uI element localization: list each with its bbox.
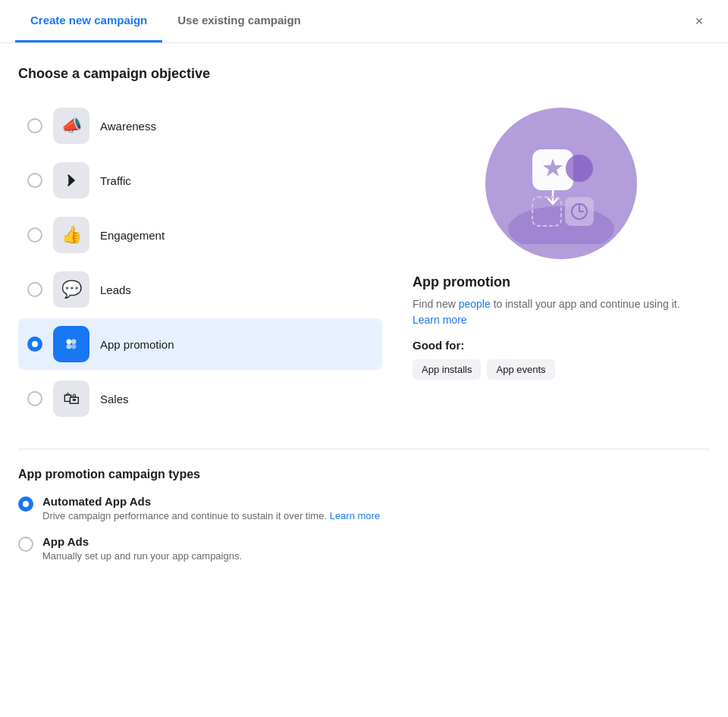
engagement-label: Engagement <box>100 229 165 242</box>
radio-automated-app-ads <box>18 496 33 512</box>
tab-create-new-campaign[interactable]: Create new campaign <box>15 0 162 42</box>
radio-awareness <box>27 118 42 133</box>
traffic-icon <box>53 162 89 199</box>
campaign-type-app-ads[interactable]: App Ads Manually set up and run your app… <box>18 535 710 562</box>
close-button[interactable]: × <box>686 8 713 35</box>
svg-point-2 <box>67 344 72 349</box>
modal-content: Choose a campaign objective 📣 Awareness <box>0 43 728 598</box>
preview-desc-after: to install your app and continue using i… <box>491 298 680 310</box>
campaign-type-automated[interactable]: Automated App Ads Drive campaign perform… <box>18 495 710 521</box>
automated-app-ads-text: Automated App Ads Drive campaign perform… <box>42 495 380 521</box>
awareness-icon: 📣 <box>53 108 89 144</box>
svg-point-0 <box>67 340 72 345</box>
section-title: Choose a campaign objective <box>18 66 710 82</box>
radio-app-promotion <box>27 337 42 352</box>
tag-app-events: App events <box>487 359 554 380</box>
leads-label: Leads <box>100 283 131 296</box>
preview-learn-more-link[interactable]: Learn more <box>413 314 467 326</box>
preview-description: Find new people to install your app and … <box>413 296 710 328</box>
radio-app-ads <box>18 537 33 552</box>
svg-point-1 <box>71 340 77 345</box>
radio-leads <box>27 282 42 297</box>
tags-container: App installs App events <box>413 359 710 380</box>
objective-app-promotion[interactable]: App promotion <box>18 318 382 370</box>
preview-desc-before: Find new <box>413 298 459 310</box>
radio-sales <box>27 391 42 406</box>
objective-engagement[interactable]: 👍 Engagement <box>18 209 382 261</box>
automated-app-ads-label: Automated App Ads <box>42 495 380 508</box>
app-ads-label: App Ads <box>42 535 242 548</box>
app-ads-desc: Manually set up and run your app campaig… <box>42 550 242 562</box>
good-for-title: Good for: <box>413 339 710 352</box>
sales-label: Sales <box>100 393 129 405</box>
app-promotion-label: App promotion <box>100 338 174 351</box>
engagement-icon: 👍 <box>53 217 89 253</box>
tag-app-installs: App installs <box>413 359 481 380</box>
illustration-circle <box>485 108 637 259</box>
preview-people-link[interactable]: people <box>459 298 491 310</box>
objective-items: 📣 Awareness Traffic 👍 <box>18 100 382 424</box>
traffic-label: Traffic <box>100 174 131 187</box>
automated-desc-text: Drive campaign performance and continue … <box>42 510 327 521</box>
two-column-layout: 📣 Awareness Traffic 👍 <box>18 100 710 424</box>
preview-panel: App promotion Find new people to install… <box>413 100 710 424</box>
radio-traffic <box>27 173 42 188</box>
awareness-label: Awareness <box>100 120 156 133</box>
svg-point-3 <box>71 344 77 349</box>
svg-point-14 <box>566 155 593 182</box>
campaign-types-title: App promotion campaign types <box>18 468 710 481</box>
objectives-list: 📣 Awareness Traffic 👍 <box>18 100 382 424</box>
tab-use-existing-campaign[interactable]: Use existing campaign <box>162 0 316 42</box>
app-promotion-icon <box>53 326 89 362</box>
sales-icon: 🛍 <box>53 380 89 417</box>
leads-icon: 💬 <box>53 271 89 308</box>
objective-leads[interactable]: 💬 Leads <box>18 264 382 315</box>
campaign-types-section: App promotion campaign types Automated A… <box>18 449 710 562</box>
app-ads-text: App Ads Manually set up and run your app… <box>42 535 242 562</box>
modal-header: Create new campaign Use existing campaig… <box>0 0 728 43</box>
radio-engagement <box>27 227 42 243</box>
preview-title: App promotion <box>413 274 710 290</box>
automated-learn-more-link[interactable]: Learn more <box>330 510 380 521</box>
objective-sales[interactable]: 🛍 Sales <box>18 373 382 424</box>
objective-traffic[interactable]: Traffic <box>18 155 382 206</box>
objective-awareness[interactable]: 📣 Awareness <box>18 100 382 152</box>
automated-app-ads-desc: Drive campaign performance and continue … <box>42 510 380 521</box>
